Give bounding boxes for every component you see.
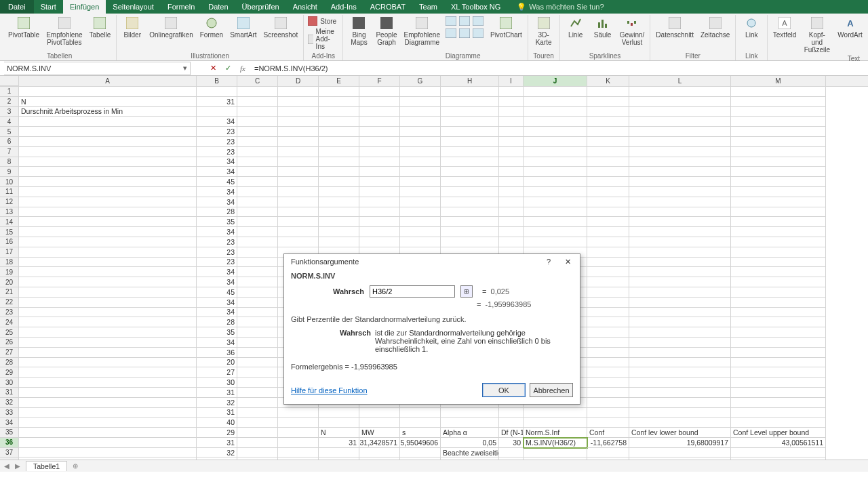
- cell-K27[interactable]: [587, 348, 629, 358]
- cell-A37[interactable]: [19, 448, 197, 458]
- cell-B10[interactable]: 45: [197, 177, 237, 187]
- cell-B19[interactable]: 34: [197, 267, 237, 277]
- cell-M22[interactable]: [731, 298, 826, 308]
- cell-G13[interactable]: [400, 207, 441, 218]
- sheet-tab[interactable]: Tabelle1: [26, 461, 67, 471]
- cell-J35[interactable]: Norm.S.Inf: [524, 428, 587, 438]
- cell-I35[interactable]: Df (N-1): [499, 428, 524, 438]
- cell-B17[interactable]: 23: [197, 247, 237, 258]
- cell-L31[interactable]: [629, 388, 731, 398]
- cell-D34[interactable]: [278, 418, 319, 428]
- cell-H13[interactable]: [441, 207, 499, 218]
- cell-D3[interactable]: [278, 107, 319, 117]
- row-head-23[interactable]: 23: [0, 308, 19, 318]
- cell-E34[interactable]: [319, 418, 359, 428]
- cell-B30[interactable]: 30: [197, 378, 237, 388]
- cell-C1[interactable]: [237, 87, 278, 97]
- cell-K7[interactable]: [587, 147, 629, 157]
- online-pictures-button[interactable]: Onlinegrafiken: [148, 16, 194, 39]
- cell-A14[interactable]: [19, 217, 197, 227]
- cell-G6[interactable]: [400, 137, 441, 147]
- cell-D13[interactable]: [278, 207, 319, 218]
- cell-M12[interactable]: [731, 197, 826, 207]
- row-head-21[interactable]: 21: [0, 287, 19, 298]
- col-head-L[interactable]: L: [629, 76, 731, 86]
- cell-E10[interactable]: [319, 177, 359, 187]
- cell-K10[interactable]: [587, 177, 629, 187]
- cell-E14[interactable]: [319, 217, 359, 227]
- row-head-27[interactable]: 27: [0, 348, 19, 358]
- cell-I7[interactable]: [499, 147, 524, 157]
- accept-icon[interactable]: ✓: [220, 62, 235, 75]
- cell-G5[interactable]: [400, 127, 441, 137]
- cell-B31[interactable]: 31: [197, 388, 237, 398]
- row-head-16[interactable]: 16: [0, 237, 19, 247]
- cell-D8[interactable]: [278, 157, 319, 167]
- cell-B4[interactable]: 34: [197, 117, 237, 127]
- sheet-nav-next-icon[interactable]: ▶: [15, 462, 20, 470]
- col-head-B[interactable]: B: [197, 76, 237, 86]
- cell-L9[interactable]: [629, 167, 731, 177]
- cell-I2[interactable]: [499, 97, 524, 107]
- cell-K36[interactable]: -11,662758: [587, 438, 629, 448]
- cell-B33[interactable]: 31: [197, 408, 237, 418]
- cell-D16[interactable]: [278, 237, 319, 247]
- cell-A4[interactable]: [19, 117, 197, 127]
- row-head-1[interactable]: 1: [0, 87, 19, 97]
- cell-M20[interactable]: [731, 277, 826, 287]
- row-head-35[interactable]: 35: [0, 428, 19, 438]
- cell-I5[interactable]: [499, 127, 524, 137]
- cell-H34[interactable]: [441, 418, 499, 428]
- row-head-4[interactable]: 4: [0, 117, 19, 127]
- cell-C9[interactable]: [237, 167, 278, 177]
- cell-E9[interactable]: [319, 167, 359, 177]
- cell-A19[interactable]: [19, 267, 197, 277]
- cell-J10[interactable]: [524, 177, 587, 187]
- cell-G14[interactable]: [400, 217, 441, 227]
- cell-J8[interactable]: [524, 157, 587, 167]
- tab-acrobat[interactable]: ACROBAT: [363, 0, 412, 14]
- chevron-down-icon[interactable]: ▾: [183, 64, 187, 73]
- cell-C14[interactable]: [237, 217, 278, 227]
- row-head-10[interactable]: 10: [0, 177, 19, 187]
- cell-L21[interactable]: [629, 287, 731, 298]
- cell-B5[interactable]: 23: [197, 127, 237, 137]
- cell-C31[interactable]: [237, 388, 278, 398]
- cell-I16[interactable]: [499, 237, 524, 247]
- col-head-M[interactable]: M: [731, 76, 826, 86]
- cell-D9[interactable]: [278, 167, 319, 177]
- cell-C23[interactable]: [237, 308, 278, 318]
- cell-I4[interactable]: [499, 117, 524, 127]
- cell-I34[interactable]: [499, 418, 524, 428]
- col-head-E[interactable]: E: [319, 76, 359, 86]
- cell-D6[interactable]: [278, 137, 319, 147]
- cell-K11[interactable]: [587, 187, 629, 197]
- cell-E5[interactable]: [319, 127, 359, 137]
- cell-L29[interactable]: [629, 367, 731, 378]
- cell-H12[interactable]: [441, 197, 499, 207]
- cell-K14[interactable]: [587, 217, 629, 227]
- cell-C4[interactable]: [237, 117, 278, 127]
- tab-einfügen[interactable]: Einfügen: [63, 0, 106, 14]
- cell-A8[interactable]: [19, 157, 197, 167]
- cell-G16[interactable]: [400, 237, 441, 247]
- cell-C7[interactable]: [237, 147, 278, 157]
- cell-J15[interactable]: [524, 227, 587, 237]
- cell-C2[interactable]: [237, 97, 278, 107]
- cell-K29[interactable]: [587, 367, 629, 378]
- cell-E35[interactable]: N: [319, 428, 359, 438]
- cell-E37[interactable]: [319, 448, 359, 458]
- cell-A11[interactable]: [19, 187, 197, 197]
- cell-B2[interactable]: 31: [197, 97, 237, 107]
- cell-B14[interactable]: 35: [197, 217, 237, 227]
- cell-M32[interactable]: [731, 398, 826, 408]
- cell-K5[interactable]: [587, 127, 629, 137]
- tab-formeln[interactable]: Formeln: [161, 0, 201, 14]
- cell-B21[interactable]: 45: [197, 287, 237, 298]
- cell-A16[interactable]: [19, 237, 197, 247]
- cell-H9[interactable]: [441, 167, 499, 177]
- cell-E13[interactable]: [319, 207, 359, 218]
- cell-C15[interactable]: [237, 227, 278, 237]
- cell-K31[interactable]: [587, 388, 629, 398]
- cell-C11[interactable]: [237, 187, 278, 197]
